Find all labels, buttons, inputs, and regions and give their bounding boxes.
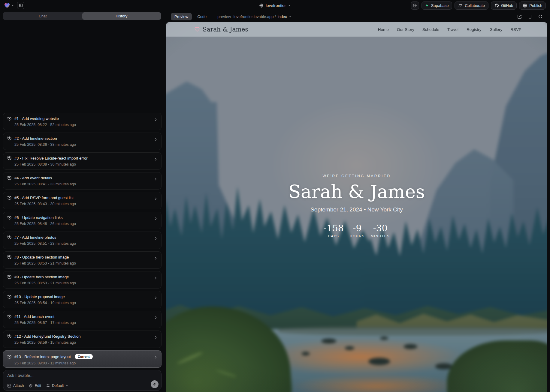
history-item[interactable]: #2 - Add timeline section 25 Feb 2025, 0… [3, 133, 162, 150]
site-nav-link[interactable]: Travel [447, 27, 458, 32]
chevron-right-icon[interactable] [154, 177, 158, 181]
refresh-button[interactable] [538, 14, 542, 19]
preview-tab[interactable]: Preview [171, 13, 192, 20]
lovable-logo-button[interactable] [4, 3, 14, 8]
chevron-right-icon[interactable] [154, 137, 158, 142]
history-item-title: #10 - Update proposal image [14, 295, 65, 299]
site-header: Sarah & James Home Our Story Schedule Tr… [166, 22, 547, 37]
publish-button[interactable]: Publish [519, 1, 546, 10]
chevron-right-icon[interactable] [154, 157, 158, 161]
chevron-right-icon[interactable] [154, 256, 158, 260]
history-item-title: #7 - Add timeline photos [14, 235, 56, 240]
site-nav-link[interactable]: Schedule [422, 27, 439, 32]
countdown-label: DAYS [324, 234, 344, 238]
preview-url-page: index [278, 14, 287, 19]
history-item-timestamp: 25 Feb 2025, 08:41 - 33 minutes ago [14, 182, 151, 186]
supabase-icon [425, 3, 429, 7]
site-brand[interactable]: Sarah & James [194, 26, 248, 33]
chevron-right-icon[interactable] [154, 197, 158, 201]
history-item-title: #4 - Add event details [14, 176, 52, 180]
history-item-title: #12 - Add Honeyfund Registry Section [14, 334, 80, 339]
chevron-right-icon[interactable] [154, 296, 158, 300]
chevron-right-icon[interactable] [154, 217, 158, 221]
prompt-composer: Attach Edit Default [3, 370, 162, 391]
history-item-title: #3 - Fix: Resolve Lucide-react import er… [14, 156, 87, 160]
countdown-unit: -9 HOURS [348, 223, 367, 238]
history-icon [7, 334, 12, 339]
chevron-down-icon [288, 4, 291, 7]
send-button[interactable] [151, 380, 159, 388]
history-item[interactable]: #9 - Update hero section image 25 Feb 20… [3, 271, 162, 289]
history-item-timestamp: 25 Feb 2025, 08:38 - 36 minutes ago [14, 162, 151, 166]
history-item[interactable]: #4 - Add event details 25 Feb 2025, 08:4… [3, 172, 162, 190]
site-nav-link[interactable]: RSVP [510, 27, 521, 32]
preview-url-selector[interactable]: preview--lovefrontier.lovable.app / inde… [217, 14, 292, 19]
project-selector[interactable]: lovefrontier [259, 3, 291, 8]
preview-frame: Sarah & James Home Our Story Schedule Tr… [166, 22, 547, 392]
sidebar-tab[interactable]: History [82, 12, 161, 20]
history-icon [7, 295, 12, 299]
open-in-new-tab-button[interactable] [517, 14, 522, 19]
history-item-timestamp: 25 Feb 2025, 08:53 - 21 minutes ago [14, 261, 151, 265]
history-item-title: #9 - Update hero section image [14, 275, 69, 279]
countdown-label: HOURS [348, 234, 367, 238]
history-item-title: #11 - Add brunch event [14, 314, 54, 319]
refresh-icon [538, 14, 542, 19]
arrow-up-icon [153, 382, 157, 386]
top-bar: lovefrontier Supabase Collaborate [0, 0, 550, 11]
mode-select-button[interactable]: Default [46, 384, 69, 388]
chevron-right-icon[interactable] [154, 316, 158, 320]
history-item[interactable]: #13 - Refactor index page layout Current… [3, 350, 162, 368]
history-item[interactable]: #3 - Fix: Resolve Lucide-react import er… [3, 152, 162, 170]
chevron-right-icon[interactable] [154, 276, 158, 280]
hero-subtitle: September 21, 2024 • New York City [166, 206, 547, 213]
history-item-timestamp: 25 Feb 2025, 08:59 - 15 minutes ago [14, 340, 151, 345]
history-item-timestamp: 25 Feb 2025, 08:53 - 21 minutes ago [14, 281, 151, 285]
attach-button[interactable]: Attach [7, 384, 24, 388]
history-item[interactable]: #11 - Add brunch event 25 Feb 2025, 08:5… [3, 311, 162, 328]
site-nav-link[interactable]: Registry [467, 27, 482, 32]
chevron-right-icon[interactable] [154, 335, 158, 340]
publish-globe-icon [523, 3, 527, 8]
settings-button[interactable] [411, 1, 419, 10]
history-icon [7, 355, 12, 359]
history-item[interactable]: #5 - Add RSVP form and guest list 25 Feb… [3, 192, 162, 209]
preview-panel: Preview Code preview--lovefrontier.lovab… [166, 11, 547, 392]
chevron-right-icon[interactable] [154, 355, 158, 359]
site-nav-link[interactable]: Home [378, 27, 389, 32]
history-item[interactable]: #12 - Add Honeyfund Registry Section 25 … [3, 331, 162, 348]
countdown-value: -9 [348, 223, 367, 233]
project-name: lovefrontier [266, 3, 286, 8]
chevron-right-icon[interactable] [154, 118, 158, 122]
history-item-timestamp: 25 Feb 2025, 08:22 - 52 minutes ago [14, 123, 151, 127]
chevron-down-icon [11, 4, 14, 7]
countdown-value: -158 [324, 223, 344, 233]
history-icon [7, 215, 12, 220]
site-nav-link[interactable]: Our Story [397, 27, 414, 32]
code-tab[interactable]: Code [194, 13, 210, 20]
history-item[interactable]: #10 - Update proposal image 25 Feb 2025,… [3, 291, 162, 308]
countdown: -158 DAYS -9 HOURS -30 MINUTES [166, 223, 547, 238]
history-item-title: #2 - Add timeline section [14, 136, 57, 141]
history-item[interactable]: #7 - Add timeline photos 25 Feb 2025, 08… [3, 232, 162, 249]
supabase-button[interactable]: Supabase [422, 1, 452, 10]
prompt-input[interactable] [7, 373, 149, 378]
edit-target-icon [29, 384, 33, 388]
history-item[interactable]: #6 - Update navigation links 25 Feb 2025… [3, 212, 162, 229]
chevron-right-icon[interactable] [154, 236, 158, 241]
history-icon [7, 196, 12, 200]
github-button[interactable]: GitHub [491, 1, 517, 10]
mobile-view-button[interactable] [528, 14, 532, 19]
sidebar-toggle-button[interactable] [17, 2, 24, 9]
history-item-timestamp: 25 Feb 2025, 09:03 - 11 minutes ago [14, 361, 151, 365]
history-item[interactable]: #8 - Update hero section image 25 Feb 20… [3, 251, 162, 269]
edit-button[interactable]: Edit [29, 384, 41, 388]
history-item[interactable]: #1 - Add wedding website 25 Feb 2025, 08… [3, 113, 162, 130]
heart-icon [194, 27, 200, 32]
current-badge: Current [75, 354, 93, 359]
countdown-unit: -158 DAYS [324, 223, 344, 238]
site-nav-link[interactable]: Gallery [489, 27, 502, 32]
collaborate-button[interactable]: Collaborate [455, 1, 488, 10]
history-item-title: #13 - Refactor index page layout [14, 355, 71, 359]
sidebar-tab[interactable]: Chat [3, 12, 82, 20]
